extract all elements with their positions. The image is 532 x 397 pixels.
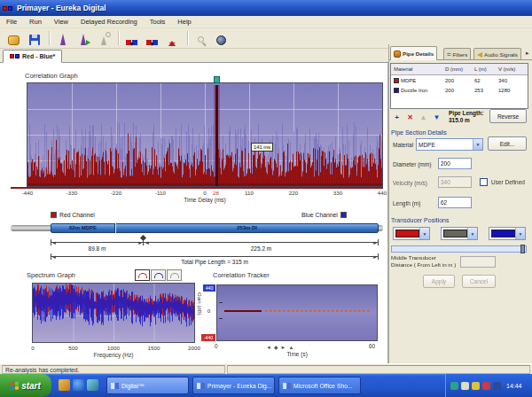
red-transducer-swatch (395, 230, 419, 237)
spectrum-x-tick: 1500 (143, 345, 166, 351)
tray-icon[interactable] (472, 382, 480, 390)
add-pipe-section-button[interactable]: + (391, 112, 403, 123)
show-red-spectrum-button[interactable] (135, 269, 150, 281)
material-name: MDPE (401, 78, 416, 83)
taskbar-task[interactable]: Digital™ (106, 377, 189, 394)
slider-handle[interactable] (520, 245, 525, 253)
pipe-section-details-title: Pipe Section Details (391, 129, 447, 136)
correlation-cursor-handle[interactable] (214, 76, 220, 83)
tracker-pan-left-button[interactable]: ◄ (266, 344, 271, 351)
spectrum-x-tick: 2000 (183, 345, 206, 351)
menu-delayed-recording[interactable]: Delayed Recording (74, 17, 144, 27)
edit-material-button[interactable]: Edit... (488, 136, 527, 151)
correlation-x-axis-label: Time Delay (ms) (160, 197, 249, 203)
taskbar-task[interactable]: Microsoft Office Sho... (278, 377, 361, 394)
red-transducer-combobox[interactable]: ▼ (393, 227, 430, 240)
filters-icon: ≈ (447, 51, 450, 58)
tracker-y-zero-label: 0 (207, 308, 210, 314)
chevron-down-icon: ▼ (419, 228, 429, 239)
blue-channel-icon (340, 212, 347, 218)
correlation-x-tick: -440 (16, 190, 39, 196)
status-cell-empty (227, 365, 530, 374)
menu-help[interactable]: Help (171, 17, 197, 27)
move-section-down-button[interactable]: ▼ (431, 112, 442, 123)
show-both-spectrum-button[interactable] (167, 269, 182, 281)
diameter-field[interactable] (438, 158, 472, 169)
zoom-peak-icon[interactable] (94, 30, 113, 47)
wizard-icon[interactable] (4, 30, 23, 47)
apply-button[interactable]: Apply (423, 275, 455, 288)
tab-red-blue[interactable]: Red - Blue* (3, 50, 62, 63)
resample-icon[interactable]: ↔ (163, 30, 182, 47)
reverse-button[interactable]: Reverse (489, 109, 527, 123)
cell-v: 1280 (496, 88, 526, 93)
move-section-up-button[interactable]: ▲ (418, 112, 429, 123)
task-label: Microsoft Office Sho... (293, 383, 353, 389)
menu-file[interactable]: File (0, 17, 23, 27)
zoom-icon[interactable] (192, 30, 210, 47)
table-row[interactable]: MDPE20062340 (391, 75, 528, 85)
user-defined-label: User Defined (491, 179, 525, 185)
quick-launch-icon-3[interactable] (87, 379, 98, 391)
chevron-down-icon: ▼ (473, 139, 482, 150)
task-icon (111, 383, 119, 389)
menu-tools[interactable]: Tools (144, 17, 172, 27)
transducer-position-slider[interactable] (391, 245, 527, 253)
blue-red-down-icon[interactable]: ▼ (143, 30, 161, 47)
tracker-canvas (217, 285, 377, 340)
quick-launch-icon-1[interactable] (59, 379, 70, 391)
table-row[interactable]: Ductile Iron2002531280 (391, 85, 528, 95)
task-icon (197, 383, 205, 389)
material-color-chip (394, 88, 399, 93)
tray-icon[interactable] (450, 382, 458, 390)
show-blue-spectrum-button[interactable] (151, 269, 166, 281)
internet-explorer-icon[interactable] (73, 379, 84, 391)
tracker-play-button[interactable]: ► (281, 344, 286, 351)
cursor-value-label: 28 (213, 190, 219, 196)
column-header: Material (391, 66, 442, 72)
user-defined-checkbox[interactable] (480, 178, 488, 186)
start-label: start (21, 381, 41, 391)
tray-icon[interactable] (482, 382, 490, 390)
tracker-marker-button[interactable]: ◆ (274, 344, 278, 351)
middle-transducer-combobox[interactable]: ▼ (441, 227, 478, 240)
dimension-left-value: 89.8 m (51, 245, 144, 252)
cancel-button[interactable]: Cancel (462, 275, 496, 288)
peak-icon[interactable] (53, 30, 72, 47)
red-blue-down-icon[interactable]: ▼ (122, 30, 141, 47)
tracker-zoom-button[interactable]: ▲ (289, 344, 294, 351)
correlation-x-tick: -110 (149, 190, 172, 196)
globe-icon[interactable] (212, 30, 231, 47)
spectrum-plot[interactable] (32, 283, 195, 343)
start-button[interactable]: start (0, 374, 51, 397)
correlation-x-tick: -330 (60, 190, 83, 196)
velocity-label: Velocity (m/s) (393, 180, 427, 186)
blue-transducer-combobox[interactable]: ▼ (489, 227, 526, 240)
tab-filters[interactable]: ≈ Filters (443, 48, 471, 60)
correlation-x-ticks: -440-330-220-1100110220330440 (0, 190, 388, 197)
material-name: Ductile Iron (401, 88, 427, 93)
toolbar-separator (118, 31, 119, 45)
delete-pipe-section-button[interactable]: ✕ (404, 112, 416, 123)
menu-run[interactable]: Run (23, 17, 48, 27)
tab-audio-signals[interactable]: Audio Signals (473, 48, 521, 60)
length-field[interactable] (438, 197, 472, 208)
correlation-plot[interactable] (27, 82, 383, 187)
tray-icon[interactable] (493, 382, 501, 390)
tab-pipe-details-label: Pipe Details (403, 51, 434, 57)
taskbar-task[interactable]: Primayer - Eureka Dig... (192, 377, 275, 394)
material-table[interactable]: MaterialD (mm)L (m)V (m/s) MDPE20062340D… (390, 63, 528, 109)
spectrum-x-axis-label: Frequency (Hz) (69, 352, 158, 358)
save-icon[interactable] (25, 30, 43, 47)
menu-view[interactable]: View (48, 17, 74, 27)
material-combobox[interactable]: MDPE ▼ (416, 138, 483, 151)
title-bar[interactable]: Primayer - Eureka Digital (0, 0, 532, 16)
correlation-x-axis (11, 187, 383, 189)
tab-pipe-details[interactable]: Pipe Details (390, 46, 437, 60)
tray-icon[interactable] (461, 382, 469, 390)
tracker-plot[interactable] (216, 284, 378, 341)
tab-scroll-right-button[interactable]: ▸ (526, 50, 529, 57)
peak-arrow-icon[interactable] (74, 30, 92, 47)
pipe-length-value: 315.0 m (449, 117, 470, 123)
status-bar: Re-analysis has completed. (0, 363, 532, 374)
